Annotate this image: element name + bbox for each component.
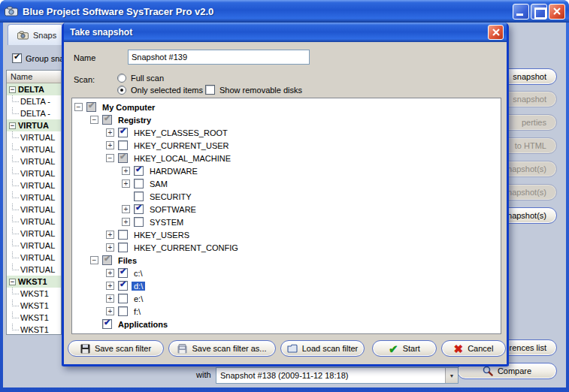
tree-checkbox-checked[interactable]: ✔ bbox=[118, 281, 128, 291]
snapshot-row[interactable]: VIRTUAL bbox=[7, 167, 61, 179]
tree-node-label[interactable]: SOFTWARE bbox=[147, 205, 198, 214]
radio-full-scan-label[interactable]: Full scan bbox=[131, 74, 164, 83]
compare-with-combobox[interactable]: Snapshot #138 (2009-11-12 18:18) ▼ bbox=[216, 367, 459, 384]
tree-checkbox-unchecked[interactable] bbox=[118, 243, 128, 252]
collapse-icon[interactable]: − bbox=[9, 122, 16, 129]
tree-node-label[interactable]: Applications bbox=[116, 320, 170, 329]
list-header-name[interactable]: Name bbox=[7, 71, 61, 83]
tree-node[interactable]: +✔c:\ bbox=[72, 267, 501, 279]
snapshot-row[interactable]: VIRTUAL bbox=[7, 228, 61, 240]
snapshot-row[interactable]: WKST1 bbox=[7, 324, 61, 335]
tree-checkbox-unchecked[interactable] bbox=[134, 179, 144, 188]
snapshot-row[interactable]: VIRTUAL bbox=[7, 143, 61, 155]
snapshot-row[interactable]: DELTA - bbox=[7, 107, 61, 119]
tree-checkbox-unchecked[interactable] bbox=[118, 230, 128, 240]
tree-node[interactable]: +HKEY_CURRENT_CONFIG bbox=[72, 241, 501, 254]
snapshot-row[interactable]: VIRTUAL bbox=[7, 216, 61, 228]
tab-snapshots[interactable]: Snaps bbox=[8, 24, 63, 45]
tree-node[interactable]: −✔Registry bbox=[72, 113, 501, 126]
load-folder-icon-button[interactable]: Load scan filter bbox=[280, 340, 365, 357]
radio-full-scan[interactable] bbox=[117, 74, 126, 83]
group-snapshots-checkbox[interactable]: ✔ Group sna bbox=[12, 53, 62, 63]
tree-node[interactable]: +SYSTEM bbox=[72, 216, 501, 228]
tree-node[interactable]: +e:\ bbox=[72, 292, 501, 305]
expand-icon[interactable]: + bbox=[106, 269, 114, 277]
show-removable-label[interactable]: Show removable disks bbox=[219, 86, 302, 95]
tree-checkbox-unchecked[interactable] bbox=[118, 140, 128, 150]
tree-checkbox-tristate[interactable]: ✔ bbox=[102, 255, 112, 265]
expand-icon[interactable]: + bbox=[122, 167, 130, 175]
tree-node-label[interactable]: SAM bbox=[147, 179, 170, 188]
expand-icon[interactable]: + bbox=[106, 282, 114, 290]
tree-node[interactable]: −✔Files bbox=[72, 254, 501, 267]
tree-node[interactable]: −✔My Computer bbox=[72, 101, 501, 113]
expand-icon[interactable]: + bbox=[122, 218, 130, 226]
expand-icon[interactable]: + bbox=[106, 294, 114, 303]
snapshot-row[interactable]: VIRTUAL bbox=[7, 264, 61, 276]
tree-node-label[interactable]: HKEY_CURRENT_USER bbox=[132, 141, 232, 150]
tree-node[interactable]: +✔d:\ bbox=[72, 279, 501, 292]
snapshot-row[interactable]: VIRTUAL bbox=[7, 252, 61, 264]
collapse-icon[interactable]: − bbox=[9, 279, 16, 285]
minimize-button[interactable] bbox=[513, 4, 529, 20]
close-button[interactable] bbox=[549, 4, 565, 20]
expand-icon[interactable]: + bbox=[122, 205, 130, 213]
tree-node[interactable]: +✔HARDWARE bbox=[72, 164, 501, 177]
expand-icon[interactable]: + bbox=[106, 307, 114, 315]
snapshot-group-row[interactable]: −VIRTUA bbox=[7, 119, 61, 131]
tree-checkbox-checked[interactable]: ✔ bbox=[118, 268, 128, 278]
tree-node[interactable]: +HKEY_CURRENT_USER bbox=[72, 139, 501, 152]
tree-node-label[interactable]: e:\ bbox=[132, 294, 145, 303]
cancel-button[interactable]: ✖ Cancel bbox=[441, 340, 506, 357]
tree-checkbox-unchecked[interactable] bbox=[118, 294, 128, 303]
tree-node-label[interactable]: Files bbox=[116, 256, 139, 265]
expand-icon[interactable]: + bbox=[106, 231, 114, 239]
maximize-button[interactable] bbox=[531, 4, 547, 20]
tree-node-label[interactable]: HARDWARE bbox=[147, 167, 200, 176]
expand-icon[interactable]: + bbox=[106, 141, 114, 149]
tree-checkbox-tristate[interactable]: ✔ bbox=[86, 102, 96, 112]
tree-node[interactable]: −✔HKEY_LOCAL_MACHINE bbox=[72, 152, 501, 164]
tree-node[interactable]: SECURITY bbox=[72, 190, 501, 203]
collapse-icon[interactable]: − bbox=[90, 256, 98, 264]
tree-node-label[interactable]: f:\ bbox=[132, 307, 143, 316]
radio-only-selected[interactable] bbox=[117, 86, 126, 95]
dialog-close-button[interactable] bbox=[488, 25, 504, 40]
tree-checkbox-tristate[interactable]: ✔ bbox=[102, 115, 112, 125]
start-button[interactable]: ✔ Start bbox=[372, 340, 437, 357]
snapshot-row[interactable]: VIRTUAL bbox=[7, 155, 61, 167]
radio-only-selected-label[interactable]: Only selected items bbox=[131, 86, 203, 95]
snapshot-group-row[interactable]: −DELTA bbox=[7, 83, 61, 95]
tree-node-label[interactable]: HKEY_CLASSES_ROOT bbox=[132, 128, 230, 137]
snapshot-row[interactable]: VIRTUAL bbox=[7, 240, 61, 252]
tree-node-label[interactable]: c:\ bbox=[132, 269, 145, 278]
snapshot-row[interactable]: WKST1 bbox=[7, 312, 61, 324]
snapshot-row[interactable]: VIRTUAL bbox=[7, 204, 61, 216]
tree-checkbox-unchecked[interactable] bbox=[134, 217, 144, 227]
tree-checkbox-checked[interactable]: ✔ bbox=[118, 128, 128, 137]
show-removable-checkbox[interactable] bbox=[205, 85, 215, 95]
chevron-down-icon[interactable]: ▼ bbox=[445, 368, 458, 383]
tree-node-label[interactable]: HKEY_USERS bbox=[132, 231, 192, 240]
tree-node[interactable]: +✔SOFTWARE bbox=[72, 203, 501, 216]
tree-node-label[interactable]: Registry bbox=[116, 116, 153, 125]
snapshot-row[interactable]: WKST1 bbox=[7, 300, 61, 312]
tree-checkbox-tristate[interactable]: ✔ bbox=[118, 153, 128, 163]
snapshot-row[interactable]: VIRTUAL bbox=[7, 191, 61, 204]
tree-node[interactable]: +f:\ bbox=[72, 305, 501, 318]
snapshot-row[interactable]: WKST1 bbox=[7, 288, 61, 300]
tree-node[interactable]: +HKEY_USERS bbox=[72, 228, 501, 241]
tree-node-label[interactable]: SYSTEM bbox=[147, 218, 186, 227]
snapshot-row[interactable]: VIRTUAL bbox=[7, 131, 61, 143]
save-scan-filter-as-button[interactable]: Save scan filter as... bbox=[168, 340, 276, 357]
snapshot-row[interactable]: DELTA - bbox=[7, 95, 61, 107]
tree-node[interactable]: ✔Applications bbox=[72, 318, 501, 330]
tree-node[interactable]: +SAM bbox=[72, 177, 501, 190]
expand-icon[interactable]: + bbox=[106, 128, 114, 137]
tree-checkbox-unchecked[interactable] bbox=[134, 191, 144, 201]
expand-icon[interactable]: + bbox=[106, 243, 114, 252]
snapshot-group-row[interactable]: −WKST1 bbox=[7, 276, 61, 288]
expand-icon[interactable]: + bbox=[122, 179, 130, 188]
collapse-icon[interactable]: − bbox=[90, 116, 98, 124]
tree-node-label[interactable]: d:\ bbox=[132, 282, 145, 291]
